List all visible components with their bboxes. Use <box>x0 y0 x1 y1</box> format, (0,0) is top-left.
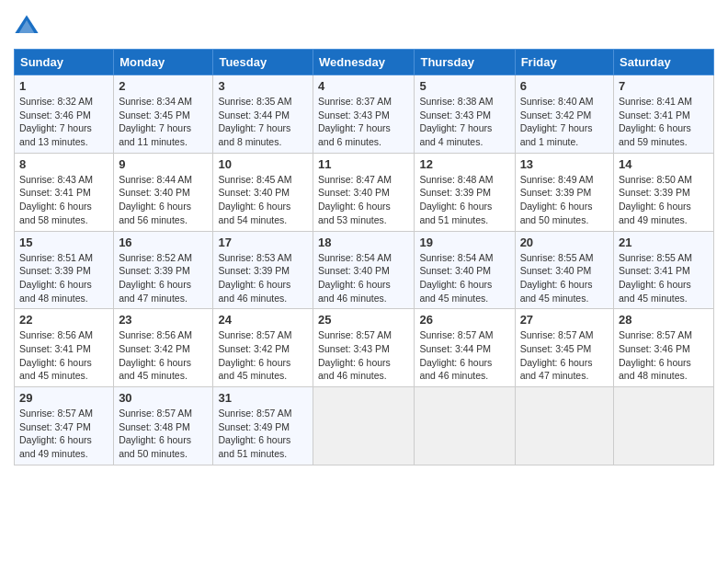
calendar-cell <box>313 387 415 465</box>
day-info-line: Sunset: 3:44 PM <box>218 109 308 122</box>
day-info-line: Sunset: 3:43 PM <box>318 342 409 356</box>
day-info-line: Sunrise: 8:57 AM <box>218 328 308 342</box>
day-number: 24 <box>218 313 308 327</box>
calendar-week-row: 1Sunrise: 8:32 AMSunset: 3:46 PMDaylight… <box>15 75 714 154</box>
calendar-cell <box>415 387 515 465</box>
day-info-line: Sunset: 3:40 PM <box>318 186 409 200</box>
day-number: 11 <box>318 157 409 171</box>
day-info-line: Sunrise: 8:50 AM <box>619 173 709 187</box>
day-info-line: and 6 minutes. <box>318 135 409 149</box>
calendar-cell: 4Sunrise: 8:37 AMSunset: 3:43 PMDaylight… <box>313 75 415 154</box>
day-info-line: and 45 minutes. <box>19 369 108 383</box>
logo <box>14 14 43 40</box>
day-info-line: and 48 minutes. <box>19 292 108 305</box>
day-number: 13 <box>520 157 609 171</box>
calendar-cell: 13Sunrise: 8:49 AMSunset: 3:39 PMDayligh… <box>515 153 613 231</box>
day-number: 26 <box>419 313 509 327</box>
day-info-line: Sunset: 3:46 PM <box>19 109 108 122</box>
day-info-line: Daylight: 6 hours <box>119 200 208 213</box>
day-info-line: and 47 minutes. <box>119 292 208 305</box>
day-number: 1 <box>19 79 108 93</box>
day-info-line: Sunset: 3:39 PM <box>419 186 509 200</box>
day-info-line: Daylight: 6 hours <box>119 433 208 447</box>
calendar-week-row: 29Sunrise: 8:57 AMSunset: 3:47 PMDayligh… <box>15 387 714 465</box>
day-info-line: and 13 minutes. <box>19 135 108 149</box>
day-info-line: Sunset: 3:41 PM <box>19 342 108 356</box>
day-info-line: and 59 minutes. <box>619 135 709 149</box>
day-info-line: and 45 minutes. <box>218 369 308 383</box>
calendar-cell: 12Sunrise: 8:48 AMSunset: 3:39 PMDayligh… <box>415 153 515 231</box>
calendar-cell: 9Sunrise: 8:44 AMSunset: 3:40 PMDaylight… <box>114 153 213 231</box>
day-info-line: Sunrise: 8:47 AM <box>318 173 409 187</box>
day-info-line: and 1 minute. <box>520 135 609 149</box>
day-info-line: Sunrise: 8:56 AM <box>19 328 108 342</box>
day-info-line: and 49 minutes. <box>19 447 108 461</box>
calendar-cell: 17Sunrise: 8:53 AMSunset: 3:39 PMDayligh… <box>213 231 313 309</box>
calendar-week-row: 22Sunrise: 8:56 AMSunset: 3:41 PMDayligh… <box>15 309 714 387</box>
day-info-line: Sunrise: 8:37 AM <box>318 95 409 109</box>
day-info-line: Sunset: 3:40 PM <box>520 264 609 278</box>
day-info-line: Daylight: 6 hours <box>619 356 709 370</box>
day-number: 3 <box>218 79 308 93</box>
day-info-line: Daylight: 6 hours <box>520 278 609 292</box>
day-of-week-header: Monday <box>114 50 213 75</box>
day-number: 14 <box>619 157 709 171</box>
day-info-line: Sunrise: 8:52 AM <box>119 251 208 265</box>
day-number: 6 <box>520 79 609 93</box>
logo-icon <box>14 14 40 40</box>
day-info-line: Daylight: 6 hours <box>218 278 308 292</box>
day-info-line: Sunrise: 8:34 AM <box>119 95 208 109</box>
day-of-week-header: Tuesday <box>213 50 313 75</box>
day-of-week-header: Sunday <box>15 50 114 75</box>
calendar-cell: 24Sunrise: 8:57 AMSunset: 3:42 PMDayligh… <box>213 309 313 387</box>
day-info-line: and 47 minutes. <box>520 369 609 383</box>
day-info-line: Sunrise: 8:54 AM <box>318 251 409 265</box>
day-info-line: Sunset: 3:40 PM <box>218 186 308 200</box>
calendar-cell: 10Sunrise: 8:45 AMSunset: 3:40 PMDayligh… <box>213 153 313 231</box>
day-info-line: Sunrise: 8:56 AM <box>119 328 208 342</box>
calendar-cell: 3Sunrise: 8:35 AMSunset: 3:44 PMDaylight… <box>213 75 313 154</box>
calendar-cell: 7Sunrise: 8:41 AMSunset: 3:41 PMDaylight… <box>614 75 714 154</box>
day-number: 9 <box>119 157 208 171</box>
calendar-cell <box>515 387 613 465</box>
day-info-line: and 51 minutes. <box>218 447 308 461</box>
day-info-line: Sunrise: 8:49 AM <box>520 173 609 187</box>
day-number: 8 <box>19 157 108 171</box>
day-info-line: Sunset: 3:49 PM <box>218 420 308 434</box>
day-number: 25 <box>318 313 409 327</box>
calendar-cell: 31Sunrise: 8:57 AMSunset: 3:49 PMDayligh… <box>213 387 313 465</box>
day-info-line: Sunset: 3:39 PM <box>19 264 108 278</box>
day-info-line: Sunset: 3:45 PM <box>119 109 208 122</box>
day-info-line: Daylight: 7 hours <box>520 121 609 135</box>
calendar-cell: 16Sunrise: 8:52 AMSunset: 3:39 PMDayligh… <box>114 231 213 309</box>
day-number: 31 <box>218 391 308 405</box>
day-info-line: Daylight: 6 hours <box>19 200 108 213</box>
calendar-cell: 21Sunrise: 8:55 AMSunset: 3:41 PMDayligh… <box>614 231 714 309</box>
day-info-line: Daylight: 7 hours <box>19 121 108 135</box>
day-info-line: Sunset: 3:41 PM <box>619 109 709 122</box>
day-info-line: Sunset: 3:46 PM <box>619 342 709 356</box>
day-info-line: Sunset: 3:43 PM <box>318 109 409 122</box>
day-info-line: Sunset: 3:40 PM <box>318 264 409 278</box>
day-info-line: Daylight: 6 hours <box>119 356 208 370</box>
day-info-line: and 58 minutes. <box>19 213 108 227</box>
day-info-line: and 50 minutes. <box>119 447 208 461</box>
day-info-line: Sunset: 3:40 PM <box>119 186 208 200</box>
day-info-line: Sunrise: 8:43 AM <box>19 173 108 187</box>
calendar-cell: 5Sunrise: 8:38 AMSunset: 3:43 PMDaylight… <box>415 75 515 154</box>
day-info-line: Sunrise: 8:48 AM <box>419 173 509 187</box>
day-info-line: Sunrise: 8:38 AM <box>419 95 509 109</box>
day-of-week-header: Saturday <box>614 50 714 75</box>
day-info-line: Daylight: 6 hours <box>318 278 409 292</box>
day-info-line: Daylight: 6 hours <box>619 121 709 135</box>
day-number: 7 <box>619 79 709 93</box>
day-info-line: Sunrise: 8:51 AM <box>19 251 108 265</box>
day-info-line: Sunrise: 8:57 AM <box>318 328 409 342</box>
day-info-line: Sunset: 3:42 PM <box>218 342 308 356</box>
day-info-line: and 51 minutes. <box>419 213 509 227</box>
calendar-header-row: SundayMondayTuesdayWednesdayThursdayFrid… <box>15 50 714 75</box>
day-of-week-header: Thursday <box>415 50 515 75</box>
day-info-line: and 11 minutes. <box>119 135 208 149</box>
day-number: 30 <box>119 391 208 405</box>
day-info-line: Daylight: 6 hours <box>419 356 509 370</box>
